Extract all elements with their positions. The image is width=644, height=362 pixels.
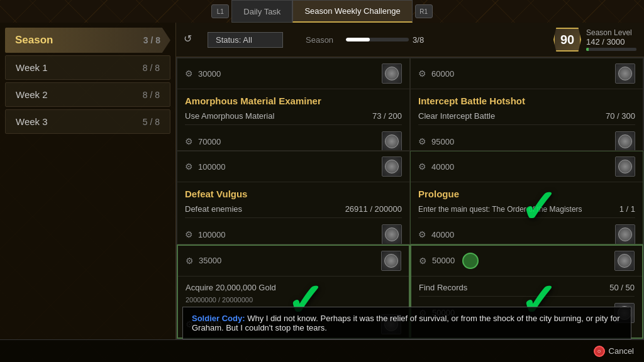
challenges-grid: ⚙ 30000 Amorphous Material Examiner Use …	[176, 57, 644, 339]
cancel-circle-icon: ○	[594, 346, 605, 357]
level-title: Season Level	[586, 28, 636, 37]
task-progress-5: 20000000 / 20000000	[186, 296, 253, 304]
dialogue-box: Soldier Cody: Why I did not know. Perhap…	[182, 307, 631, 339]
reward-thumb-4	[615, 156, 635, 177]
task-label-4: Enter the main quest: The Order of the M…	[418, 205, 582, 214]
season-progress: 3 / 8	[143, 35, 160, 45]
task-progress-6: 50 / 50	[609, 283, 635, 292]
reward-thumb-3b	[382, 224, 402, 244]
task-progress-4: 1 / 1	[619, 204, 635, 214]
challenge-points-2a: 60000	[431, 69, 454, 79]
reward-thumb-5	[381, 251, 401, 271]
season-progress-bar	[346, 38, 409, 41]
challenge-card-amorphous: ⚙ 30000 Amorphous Material Examiner Use …	[177, 58, 410, 151]
gear-icon-1: ⚙	[185, 69, 193, 79]
task-progress-3: 26911 / 200000	[345, 204, 402, 214]
card-sub-header-2: ⚙ 95000	[418, 129, 635, 151]
gear-icon-3b: ⚙	[185, 229, 193, 239]
season-level-box: 90 Season Level 142 / 3000	[553, 28, 636, 52]
reward-thumb-3	[382, 156, 402, 177]
card-body-2: Intercept Battle Hotshot Clear Intercept…	[411, 89, 643, 151]
card-body-4: Prologue Enter the main quest: The Order…	[411, 182, 643, 244]
challenge-points-1b: 70000	[198, 137, 221, 146]
sidebar-item-season[interactable]: Season 3 / 8	[5, 28, 170, 53]
bottom-bar: ○ Cancel	[0, 339, 644, 362]
card-body-3: Defeat Vulgus Defeat enemies 26911 / 200…	[177, 182, 409, 244]
week3-progress: 5 / 8	[143, 117, 160, 127]
level-value: 142 / 3000	[586, 37, 636, 47]
card-sub-header-3: ⚙ 100000	[185, 222, 402, 244]
challenge-points-3b: 100000	[198, 230, 225, 239]
task-row-3: Defeat enemies 26911 / 200000	[185, 204, 402, 214]
season-label: Season	[15, 34, 53, 47]
gear-icon-5: ⚙	[186, 256, 194, 266]
season-fraction: 3/8	[413, 35, 424, 45]
card-header-1: ⚙ 30000	[177, 58, 409, 89]
l1-button[interactable]: L1	[211, 4, 229, 18]
tab-bar: L1 Daily Task Season Weekly Challenge R1	[0, 0, 644, 23]
sidebar: Season 3 / 8 Week 1 8 / 8 Week 2 8 / 8 W…	[0, 23, 176, 339]
season-filter-label: Season	[306, 35, 333, 45]
task-row-5: Acquire 20,000,000 Gold	[186, 283, 401, 292]
cancel-label: Cancel	[609, 346, 634, 356]
card-body-1: Amorphous Material Examiner Use Amorphou…	[177, 89, 409, 151]
task-label-3: Defeat enemies	[185, 204, 242, 214]
challenge-points-1a: 30000	[198, 69, 221, 79]
cancel-button[interactable]: ○ Cancel	[594, 346, 634, 357]
refresh-button[interactable]: ↺	[184, 33, 197, 47]
sidebar-item-week3[interactable]: Week 3 5 / 8	[5, 109, 170, 134]
task-progress-2: 70 / 300	[606, 111, 635, 121]
sidebar-item-week1[interactable]: Week 1 8 / 8	[5, 55, 170, 80]
dialogue-speaker: Soldier Cody:	[192, 314, 245, 323]
gear-icon-4b: ⚙	[418, 229, 426, 239]
task-row-6: Find Records 50 / 50	[419, 283, 635, 292]
challenge-name-3: Defeat Vulgus	[185, 189, 402, 199]
challenge-card-intercept: ⚙ 60000 Intercept Battle Hotshot Clear I…	[410, 58, 643, 151]
dialogue-text: Why I did not know. Perhaps it was the r…	[192, 314, 620, 332]
challenge-card-prologue: ⚙ 40000 Prologue Enter the main quest: T…	[410, 151, 643, 244]
gear-icon-2b: ⚙	[418, 136, 426, 146]
card-header-5: ⚙ 35000	[178, 246, 409, 277]
week2-label: Week 2	[16, 89, 48, 100]
week1-progress: 8 / 8	[143, 63, 160, 73]
reward-thumb-1	[382, 63, 402, 84]
reward-thumb-2	[615, 63, 635, 84]
gear-icon-3: ⚙	[185, 162, 193, 172]
tab-weekly-challenge[interactable]: Season Weekly Challenge	[292, 0, 412, 23]
challenge-points-3a: 100000	[198, 162, 225, 172]
r1-button[interactable]: R1	[415, 4, 433, 18]
season-bar: 3/8	[346, 35, 424, 45]
week1-label: Week 1	[16, 62, 48, 73]
sidebar-item-week2[interactable]: Week 2 8 / 8	[5, 82, 170, 107]
right-panel: ↺ Status: All Season 3/8 90	[176, 23, 644, 339]
week3-label: Week 3	[16, 116, 48, 127]
card-header-6: ⚙ 50000	[411, 246, 642, 277]
tab-daily-task[interactable]: Daily Task	[231, 0, 292, 23]
reward-thumb-2b	[615, 131, 635, 151]
level-xp-bar	[586, 48, 636, 51]
challenge-points-4a: 40000	[431, 162, 454, 172]
card-sub-header-1: ⚙ 70000	[185, 129, 402, 151]
status-filter[interactable]: Status: All	[208, 32, 283, 48]
card-sub-header-4: ⚙ 40000	[418, 222, 635, 244]
task-label-6: Find Records	[419, 283, 467, 292]
filter-bar: ↺ Status: All Season 3/8 90	[176, 23, 644, 57]
gear-icon-2: ⚙	[418, 69, 426, 79]
task-label-5: Acquire 20,000,000 Gold	[186, 283, 276, 292]
card-header-2: ⚙ 60000	[411, 58, 643, 89]
card-header-4: ⚙ 40000	[411, 151, 643, 182]
reward-thumb-1b	[382, 131, 402, 151]
content-area: Season 3 / 8 Week 1 8 / 8 Week 2 8 / 8 W…	[0, 23, 644, 339]
circle-done-6	[462, 253, 479, 269]
challenge-points-4b: 40000	[431, 230, 454, 239]
task-row-4: Enter the main quest: The Order of the M…	[418, 204, 635, 214]
challenge-points-6a: 50000	[432, 256, 455, 265]
task-row-2: Clear Intercept Battle 70 / 300	[418, 111, 635, 121]
task-label-2: Clear Intercept Battle	[418, 111, 495, 121]
week2-progress: 8 / 8	[143, 90, 160, 100]
gear-icon-6: ⚙	[419, 256, 427, 266]
challenge-name-1: Amorphous Material Examiner	[185, 96, 402, 106]
gear-icon-4: ⚙	[418, 162, 426, 172]
task-label-1: Use Amorphous Material	[185, 111, 274, 121]
level-info: Season Level 142 / 3000	[586, 28, 636, 51]
